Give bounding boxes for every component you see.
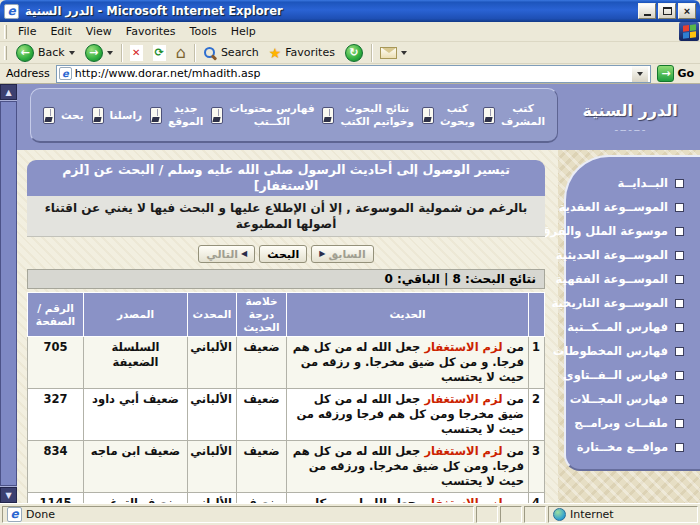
forward-button[interactable]: → [80,43,118,63]
back-button[interactable]: ← Back [11,43,80,63]
nav-item-site-new[interactable]: جديد الموقع [150,102,203,127]
sidebar-item-fiqh-encyclopedia[interactable]: الموســوعة الفقهية [568,267,694,291]
nav-label: كتب وبحوث [440,102,475,127]
sidebar-label: فهارس الــفــتاوى [563,368,668,382]
previous-button[interactable]: السابق ▶ [311,245,373,263]
menu-tools[interactable]: Tools [183,23,224,40]
row-index: 3 [529,441,545,493]
minimize-button[interactable] [638,3,656,19]
header-hadith: الحديث [287,293,529,337]
nav-item-books-research[interactable]: كتب وبحوث [422,102,475,127]
refresh-button[interactable]: ⟳ [148,44,171,62]
nav-item-book-indexes[interactable]: فهارس محتويات الكــتب [211,102,314,127]
hadith-highlight: لزم الاستغفار [424,340,502,354]
scroll-icon [211,107,223,124]
scholar-cell: الألباني [188,337,237,389]
header-page-number: الرقم / الصفحة [28,293,84,337]
table-header-row: الحديث خلاصة درجة الحديث المحدث المصدر ا… [28,293,545,337]
hadith-highlight: لزم الاستغفار [424,496,502,503]
sidebar-item-home[interactable]: البــدايــة [568,171,694,195]
mail-dropdown-icon[interactable] [401,51,407,55]
sidebar-item-fatwa-indexes[interactable]: فهارس الــفــتاوى [568,363,694,387]
bullet-icon [675,395,684,404]
menu-view[interactable]: View [79,23,119,40]
nav-label: راسلنا [110,109,142,122]
bullet-icon [675,227,684,236]
forward-dropdown-icon[interactable] [107,51,113,55]
bullet-icon [675,371,684,380]
sidebar-item-manuscript-indexes[interactable]: فهارس المخطوطات [568,339,694,363]
nav-item-contact[interactable]: راسلنا [92,107,142,124]
favorites-button[interactable]: ★ Favorites [264,45,340,61]
scroll-up-button[interactable]: ▲ [0,84,17,100]
site-logo: الدرر السنية [582,101,677,120]
logo-area: الدرر السنية ـ ــ ـ ــ ـ [560,84,700,150]
row-index: 2 [529,389,545,441]
nav-item-search[interactable]: بحث [43,107,84,124]
sidebar-label: فهارس المخطوطات [553,344,668,358]
table-row: 3 من لزم الاستغفار جعل الله له من كل هم … [28,441,545,493]
sidebar-label: الموســوعة العقدية [559,200,668,214]
page-icon: e [59,67,72,80]
menu-help[interactable]: Help [224,23,263,40]
sidebar-item-selected-sites[interactable]: مواقــع مخــتارة [568,435,694,459]
hadith-pre: من [503,496,524,503]
restore-button[interactable] [658,3,676,19]
status-done-pane: e Done [2,506,474,523]
menu-edit[interactable]: Edit [43,23,78,40]
sidebar-column: البــدايــة الموســوعة العقدية موسوعة ال… [558,150,700,503]
address-input[interactable] [72,67,633,81]
scroll-icon [92,107,104,124]
vertical-scrollbar[interactable]: ▲ ▼ [0,84,17,503]
main-column: تيسير الوصول إلى أحاديث الرسول صلى الله … [17,150,558,503]
source-cell: ضعيف ابن ماجه [84,441,188,493]
search-button[interactable]: Search [198,45,264,61]
back-dropdown-icon[interactable] [69,51,75,55]
nav-label: جديد الموقع [168,102,203,127]
close-button[interactable]: × [678,3,696,19]
close-icon: × [684,5,690,17]
favorites-label: Favorites [285,46,335,59]
address-dropdown-button[interactable] [632,66,648,82]
scholar-cell: الألباني [188,493,237,504]
next-button[interactable]: ◀ التالي [198,245,255,263]
windows-flag-grid [683,24,696,38]
mail-button[interactable] [375,46,412,60]
top-navigation: كتب المشرف كتب وبحوث نتائج البحوث وخواتي… [30,88,558,143]
results-summary: نتائج البحث: 8 | الباقي: 0 [27,269,545,289]
hadith-highlight: لزم الاستغفار [424,392,502,406]
previous-arrow-icon: ▶ [319,250,325,258]
scroll-down-button[interactable]: ▼ [0,487,17,503]
menu-file[interactable]: File [11,23,43,40]
menu-grip [4,25,7,39]
results-table: الحديث خلاصة درجة الحديث المحدث المصدر ا… [27,292,545,503]
stop-x-glyph: ✕ [132,48,140,58]
stop-button[interactable]: ✕ [125,44,148,62]
history-button[interactable]: ↻ [340,43,368,63]
search-submit-button[interactable]: البحث [259,245,307,263]
bullet-icon [675,275,684,284]
go-button[interactable]: → Go [651,65,700,82]
scrollbar-thumb[interactable] [0,101,17,486]
scroll-icon [483,107,495,124]
scholar-cell: الألباني [188,389,237,441]
sidebar-item-sects-encyclopedia[interactable]: موسوعة الملل والفرق [568,219,694,243]
nav-item-supervisor-books[interactable]: كتب المشرف [483,102,545,127]
status-page-icon: e [7,507,22,522]
search-submit-label: البحث [267,248,299,261]
sidebar-item-files-programs[interactable]: ملفــات وبرامــج [568,411,694,435]
sidebar-item-journal-indexes[interactable]: فهارس المجــلات [568,387,694,411]
status-pane [524,506,546,523]
nav-item-research-results[interactable]: نتائج البحوث وخواتيم الكتب [322,102,413,127]
grade-cell: ضعيف [237,389,287,441]
go-arrow-icon: → [657,65,674,82]
sidebar-item-creed-encyclopedia[interactable]: الموســوعة العقدية [568,195,694,219]
sidebar-item-hadith-encyclopedia[interactable]: الموســوعة الحديثية [568,243,694,267]
sidebar-item-library-indexes[interactable]: فهارس المــكــتبة [568,315,694,339]
zone-text: Internet [570,508,614,521]
home-icon: ⌂ [176,45,186,61]
menu-favorites[interactable]: Favorites [119,23,183,40]
home-button[interactable]: ⌂ [171,44,191,62]
next-label: التالي [206,248,238,261]
sidebar-item-history-encyclopedia[interactable]: الموســوعة التاريخية [568,291,694,315]
